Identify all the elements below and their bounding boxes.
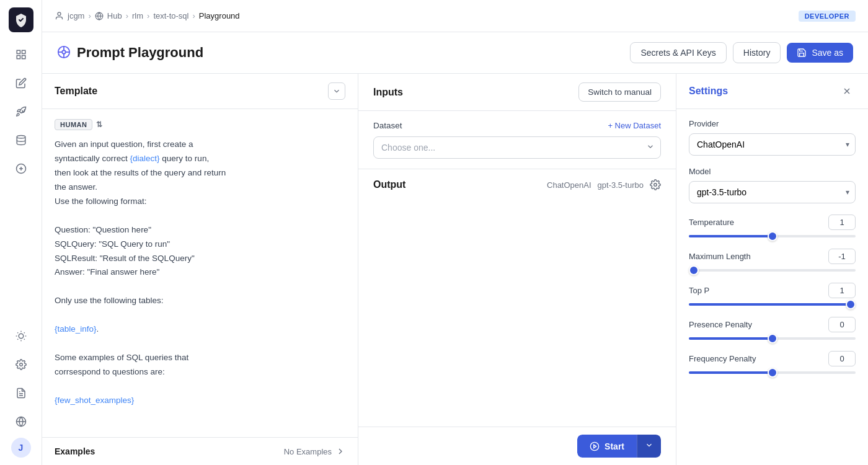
examples-bar: Examples No Examples <box>42 437 358 465</box>
output-section: Output ChatOpenAI gpt-3.5-turbo <box>358 169 676 427</box>
max-length-slider[interactable] <box>689 269 856 272</box>
template-panel: Template HUMAN ⇅ Given an i <box>42 74 358 465</box>
output-settings-icon[interactable] <box>650 179 661 190</box>
template-content-area: HUMAN ⇅ Given an input question, first c… <box>42 109 358 437</box>
svg-point-32 <box>590 442 598 450</box>
logo[interactable] <box>9 7 33 32</box>
sidebar-item-database[interactable] <box>9 128 33 153</box>
temperature-value: 1 <box>828 215 856 230</box>
role-arrows[interactable]: ⇅ <box>96 120 103 129</box>
top-p-row: Top P 1 <box>689 283 856 298</box>
max-length-field: Maximum Length -1 <box>689 249 856 272</box>
template-title: Template <box>55 86 97 97</box>
template-scroll[interactable]: HUMAN ⇅ Given an input question, first c… <box>42 109 358 437</box>
person-icon <box>55 11 64 20</box>
save-as-label: Save as <box>812 48 843 58</box>
output-meta: ChatOpenAI gpt-3.5-turbo <box>547 179 661 190</box>
frequency-penalty-value: 0 <box>828 351 856 366</box>
examples-count-text: No Examples <box>284 447 332 456</box>
model-select[interactable]: gpt-3.5-turbo gpt-4 gpt-4-turbo <box>689 181 856 203</box>
breadcrumb-text-to-sql[interactable]: text-to-sql <box>153 11 188 20</box>
provider-select[interactable]: ChatOpenAI OpenAI Anthropic Azure <box>689 133 856 156</box>
max-length-label: Maximum Length <box>689 252 751 261</box>
frequency-penalty-field: Frequency Penalty 0 <box>689 351 856 374</box>
content-area: Template HUMAN ⇅ Given an i <box>42 74 868 465</box>
sidebar: J <box>0 0 42 465</box>
template-text-content: Given an input question, first create a … <box>55 138 345 408</box>
svg-point-4 <box>17 136 25 139</box>
topbar: jcgm › Hub › rlm › text-to-sql › Playgro… <box>42 0 868 32</box>
examples-chevron-icon <box>335 446 345 456</box>
start-button[interactable]: Start <box>577 435 637 458</box>
sidebar-item-settings[interactable] <box>9 352 33 377</box>
breadcrumb: jcgm › Hub › rlm › text-to-sql › Playgro… <box>55 11 795 20</box>
frequency-penalty-slider[interactable] <box>689 371 856 374</box>
presence-penalty-field: Presence Penalty 0 <box>689 317 856 340</box>
top-p-slider[interactable] <box>689 303 856 306</box>
page-title-area: Prompt Playground <box>57 45 622 61</box>
breadcrumb-rlm[interactable]: rlm <box>132 11 143 20</box>
settings-panel: Settings Provider ChatOpenAI <box>676 74 868 465</box>
few-shot-examples-var: {few_shot_examples} <box>55 396 134 405</box>
settings-close-button[interactable] <box>838 82 856 100</box>
save-as-button[interactable]: Save as <box>787 43 853 63</box>
breadcrumb-jcgm[interactable]: jcgm <box>68 11 84 20</box>
svg-rect-2 <box>17 56 20 59</box>
temperature-row: Temperature 1 <box>689 215 856 230</box>
template-collapse-button[interactable] <box>328 82 345 100</box>
switch-to-manual-button[interactable]: Switch to manual <box>578 82 661 102</box>
sidebar-item-globe[interactable] <box>9 409 33 434</box>
top-p-label: Top P <box>689 286 709 295</box>
template-panel-header: Template <box>42 74 358 109</box>
dialect-var: {dialect} <box>130 154 160 163</box>
sidebar-item-edit[interactable] <box>9 71 33 95</box>
presence-penalty-slider[interactable] <box>689 337 856 340</box>
main-content: jcgm › Hub › rlm › text-to-sql › Playgro… <box>42 0 868 465</box>
message-role-row: HUMAN ⇅ <box>55 119 345 130</box>
temperature-label: Temperature <box>689 218 734 227</box>
svg-rect-3 <box>22 56 25 59</box>
sidebar-item-sun[interactable] <box>9 324 33 348</box>
breadcrumb-sep-2: › <box>126 11 128 20</box>
output-area <box>373 198 661 417</box>
new-dataset-button[interactable]: + New Dataset <box>608 121 661 130</box>
secrets-api-keys-button[interactable]: Secrets & API Keys <box>630 42 726 63</box>
top-p-field: Top P 1 <box>689 283 856 306</box>
breadcrumb-sep-1: › <box>88 11 91 20</box>
temperature-slider[interactable] <box>689 235 856 237</box>
presence-penalty-value: 0 <box>828 317 856 332</box>
globe-breadcrumb-icon <box>95 12 104 20</box>
dataset-select[interactable]: Choose one... <box>373 136 661 159</box>
sidebar-item-document[interactable] <box>9 381 33 405</box>
role-badge: HUMAN <box>55 119 92 130</box>
user-avatar[interactable]: J <box>11 438 31 458</box>
dataset-select-wrapper: Choose one... <box>373 136 661 159</box>
sidebar-item-rocket[interactable] <box>9 99 33 124</box>
start-button-label: Start <box>604 441 624 451</box>
sidebar-item-add[interactable] <box>9 156 33 181</box>
run-bar: Start <box>358 427 676 465</box>
frequency-penalty-row: Frequency Penalty 0 <box>689 351 856 366</box>
svg-point-22 <box>58 12 61 16</box>
svg-line-12 <box>24 339 24 340</box>
dataset-section: Dataset + New Dataset Choose one... <box>358 111 676 169</box>
svg-line-15 <box>17 339 18 340</box>
examples-label: Examples <box>55 446 95 456</box>
start-button-group: Start <box>577 435 661 458</box>
history-button[interactable]: History <box>733 42 781 63</box>
start-dropdown-button[interactable] <box>637 435 661 458</box>
max-length-row: Maximum Length -1 <box>689 249 856 264</box>
provider-field: Provider ChatOpenAI OpenAI Anthropic Azu… <box>689 119 856 156</box>
max-length-value: -1 <box>828 249 856 264</box>
play-icon <box>590 441 600 451</box>
svg-line-11 <box>17 332 18 333</box>
breadcrumb-hub[interactable]: Hub <box>107 11 122 20</box>
model-select-wrap: gpt-3.5-turbo gpt-4 gpt-4-turbo <box>689 181 856 203</box>
sidebar-item-grid[interactable] <box>9 42 33 67</box>
inputs-panel: Inputs Switch to manual Dataset + New Da… <box>358 74 676 465</box>
output-provider: ChatOpenAI <box>547 180 591 190</box>
output-title: Output <box>373 179 405 190</box>
examples-count-badge[interactable]: No Examples <box>284 446 345 456</box>
presence-penalty-label: Presence Penalty <box>689 320 752 329</box>
svg-point-8 <box>19 334 24 339</box>
